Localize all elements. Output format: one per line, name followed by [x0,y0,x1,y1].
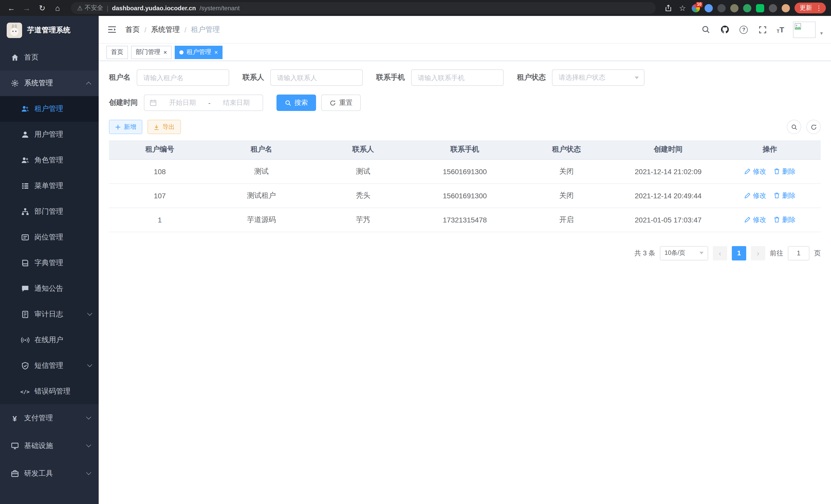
close-icon[interactable]: × [214,49,218,55]
signal-icon [21,336,29,345]
sidebar-item-user[interactable]: 用户管理 [0,122,99,147]
extension-icon[interactable] [705,4,713,12]
extension-icon[interactable] [743,4,751,12]
help-icon[interactable]: ? [739,24,749,35]
page-size-select[interactable]: 10条/页 [660,246,708,260]
cell-status: 关闭 [516,183,618,208]
edit-button[interactable]: 修改 [744,215,766,224]
table-row: 1 芋道源码 芋艿 17321315478 开启 2021-01-05 17:0… [109,208,821,232]
next-page-button[interactable]: › [751,246,765,260]
goto-page-input[interactable] [788,246,809,260]
sidebar-item-dev-tools[interactable]: 研发工具 [0,460,99,487]
yen-icon: ¥ [10,414,19,422]
github-icon[interactable] [720,24,730,35]
tab-tenant[interactable]: 租户管理 × [175,46,223,59]
breadcrumb-system[interactable]: 系统管理 [151,25,180,34]
tags-view: 首页 部门管理 × 租户管理 × [99,44,831,61]
status-select[interactable]: 请选择租户状态 [552,69,644,86]
tab-home[interactable]: 首页 [106,46,128,59]
home-icon[interactable]: ⌂ [51,2,64,14]
reset-button[interactable]: 重置 [321,94,361,111]
extension-icon[interactable]: 10 [692,4,700,12]
sidebar-item-menu[interactable]: 菜单管理 [0,173,99,199]
chevron-down-icon [86,470,91,475]
sidebar-item-online-user[interactable]: 在线用户 [0,327,99,353]
security-indicator[interactable]: ⚠ 不安全 [77,4,103,12]
contact-input[interactable] [270,69,363,86]
sidebar-item-label: 岗位管理 [34,233,63,242]
sidebar-item-role[interactable]: 角色管理 [0,147,99,173]
sidebar-item-audit-log[interactable]: 审计日志 [0,302,99,327]
back-icon[interactable]: ← [5,2,18,14]
extension-icon[interactable] [756,4,764,12]
add-button[interactable]: 新增 [109,120,142,134]
sidebar-collapse-icon[interactable] [107,24,117,35]
message-bubble-icon [21,285,29,293]
users-icon [21,105,29,113]
extension-icon[interactable] [782,4,790,12]
table-header-row: 租户编号 租户名 联系人 联系手机 租户状态 创建时间 操作 [109,140,821,159]
delete-button[interactable]: 删除 [773,167,796,176]
app-logo: 芋道管理系统 [0,16,99,45]
total-count: 共 3 条 [634,248,655,258]
sidebar-item-sms[interactable]: 短信管理 [0,353,99,379]
create-time-label: 创建时间 [109,98,138,108]
sidebar-item-home[interactable]: 首页 [0,45,99,70]
broken-image-icon [795,23,801,30]
share-icon[interactable] [663,3,673,13]
address-bar[interactable]: ⚠ 不安全 | dashboard.yudao.iocoder.cn/syste… [71,2,656,14]
mobile-label: 联系手机 [376,73,405,82]
font-size-icon[interactable]: T T [777,25,784,34]
tab-dept[interactable]: 部门管理 × [131,46,172,59]
tab-label: 租户管理 [187,48,211,57]
tenant-name-input[interactable] [137,69,229,86]
calendar-icon [149,99,157,106]
url-host: dashboard.yudao.iocoder.cn [112,4,196,11]
update-label: 更新 [800,4,812,12]
page-number-button[interactable]: 1 [732,246,746,260]
breadcrumb-separator: / [144,25,146,34]
edit-button[interactable]: 修改 [744,191,766,200]
close-icon[interactable]: × [164,49,167,55]
cell-name: 测试 [211,159,312,183]
date-range-picker[interactable]: 开始日期 - 结束日期 [144,94,263,111]
fullscreen-icon[interactable] [758,24,768,35]
sidebar-item-infrastructure[interactable]: 基础设施 [0,432,99,460]
sidebar-item-tenant[interactable]: 租户管理 [0,96,99,122]
user-avatar[interactable] [793,21,815,38]
toggle-search-button[interactable] [787,120,801,134]
sidebar-item-payment[interactable]: ¥ 支付管理 [0,404,99,432]
document-icon [21,310,29,319]
cell-contact: 芋艿 [312,208,414,232]
sidebar-item-system[interactable]: 系统管理 [0,70,99,96]
extension-icon[interactable] [717,4,726,12]
export-button[interactable]: 导出 [147,120,181,134]
export-button-label: 导出 [163,122,175,131]
sidebar-item-dept[interactable]: 部门管理 [0,199,99,225]
search-icon[interactable] [701,24,711,35]
refresh-button[interactable] [806,120,821,134]
reload-icon[interactable]: ↻ [36,2,48,14]
delete-button[interactable]: 删除 [773,215,796,224]
delete-button[interactable]: 删除 [773,191,796,200]
sidebar-item-dict[interactable]: 字典管理 [0,250,99,276]
tenant-table: 租户编号 租户名 联系人 联系手机 租户状态 创建时间 操作 108 测试 [109,140,821,232]
extension-icon[interactable] [730,4,739,12]
breadcrumb-home[interactable]: 首页 [125,25,140,34]
sidebar-item-notice[interactable]: 通知公告 [0,276,99,302]
search-button[interactable]: 搜索 [277,94,316,111]
sidebar-item-post[interactable]: 岗位管理 [0,225,99,250]
menu-kebab-icon[interactable]: ⋮ [815,4,824,12]
extension-icon[interactable] [769,4,777,12]
update-button[interactable]: 更新 ⋮ [795,3,826,13]
forward-icon[interactable]: → [21,2,33,14]
start-date-placeholder[interactable]: 开始日期 [161,98,204,108]
edit-button[interactable]: 修改 [744,167,766,176]
mobile-input[interactable] [411,69,504,86]
prev-page-button[interactable]: ‹ [713,246,727,260]
cell-created: 2021-12-14 21:02:09 [617,159,719,183]
end-date-placeholder[interactable]: 结束日期 [215,98,257,108]
sidebar-item-error-code[interactable]: </> 错误码管理 [0,379,99,404]
dropdown-caret-icon[interactable]: ▾ [820,30,823,36]
bookmark-star-icon[interactable]: ☆ [678,2,687,14]
